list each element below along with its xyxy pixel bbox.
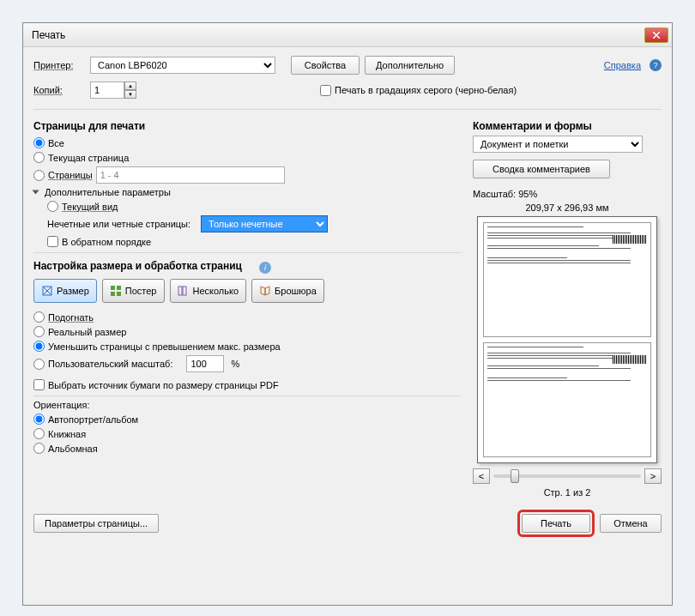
svg-rect-3 xyxy=(111,292,115,296)
slider-thumb-icon[interactable] xyxy=(511,469,519,483)
pages-all-label: Все xyxy=(48,138,64,148)
actual-radio[interactable] xyxy=(33,326,45,337)
custom-scale-input[interactable] xyxy=(186,355,224,372)
custom-scale-radio[interactable] xyxy=(33,359,45,370)
orient-auto-label: Автопортрет/альбом xyxy=(48,414,138,425)
copies-label: Копий: xyxy=(33,85,85,95)
shrink-label: Уменьшить страницы с превышением макс. р… xyxy=(48,341,281,352)
custom-scale-label: Пользовательский масштаб: xyxy=(48,359,172,369)
orient-landscape-radio[interactable] xyxy=(33,443,45,454)
poster-icon xyxy=(110,285,122,297)
svg-rect-1 xyxy=(111,286,115,290)
preview-slider[interactable] xyxy=(493,474,641,478)
copies-spinner[interactable]: ▲ ▼ xyxy=(90,82,136,99)
page-status: Стр. 1 из 2 xyxy=(473,487,662,498)
orient-auto-radio[interactable] xyxy=(33,414,45,425)
printer-select[interactable]: Canon LBP6020 xyxy=(90,57,275,74)
paper-source-label: Выбрать источник бумаги по размеру стран… xyxy=(48,380,279,390)
grayscale-label: Печать в градациях серого (черно-белая) xyxy=(335,85,517,95)
orientation-title: Ориентация: xyxy=(33,400,461,410)
print-preview xyxy=(477,216,657,463)
svg-rect-5 xyxy=(178,287,182,295)
close-icon xyxy=(653,32,660,39)
booklet-icon xyxy=(259,285,271,297)
svg-rect-4 xyxy=(117,292,121,296)
multiple-icon xyxy=(178,285,190,297)
close-button[interactable] xyxy=(644,27,668,43)
summarize-comments-button[interactable]: Сводка комментариев xyxy=(473,160,610,178)
properties-button[interactable]: Свойства xyxy=(291,56,360,75)
current-view-radio[interactable] xyxy=(47,201,58,212)
printer-label: Принтер: xyxy=(33,60,85,70)
grayscale-checkbox[interactable] xyxy=(320,85,331,96)
pages-all-radio[interactable] xyxy=(33,137,45,148)
fit-label: Подогнать xyxy=(48,312,94,323)
sizing-title: Настройка размера и обработка страниц xyxy=(33,260,242,272)
orient-portrait-label: Книжная xyxy=(48,429,86,439)
actual-label: Реальный размер xyxy=(48,327,126,337)
copies-input[interactable] xyxy=(90,82,124,99)
comments-title: Комментарии и формы xyxy=(473,120,662,132)
pages-range-label: Страницы xyxy=(48,170,93,180)
current-view-label: Текущий вид xyxy=(62,202,118,212)
odd-even-select[interactable]: Только нечетные xyxy=(201,215,328,233)
help-icon[interactable]: ? xyxy=(650,59,662,71)
svg-rect-2 xyxy=(117,286,121,290)
barcode-icon xyxy=(613,355,647,364)
advanced-button[interactable]: Дополнительно xyxy=(365,56,455,75)
comments-select[interactable]: Документ и пометки xyxy=(473,136,643,153)
pages-current-label: Текущая страница xyxy=(48,153,129,163)
svg-rect-6 xyxy=(183,287,186,295)
print-button-highlight: Печать xyxy=(517,510,595,537)
page-dimensions: 209,97 x 296,93 мм xyxy=(473,202,662,213)
preview-page-top xyxy=(483,222,651,337)
dialog-title: Печать xyxy=(32,29,65,41)
fit-radio[interactable] xyxy=(33,311,45,323)
tab-poster[interactable]: Постер xyxy=(102,279,165,303)
tab-size[interactable]: Размер xyxy=(33,279,97,303)
pages-group-title: Страницы для печати xyxy=(33,120,461,132)
pages-current-radio[interactable] xyxy=(33,152,45,163)
size-icon xyxy=(41,285,53,297)
spinner-down-icon[interactable]: ▼ xyxy=(124,90,136,99)
advanced-params-label: Дополнительные параметры xyxy=(45,187,171,197)
preview-page-bottom xyxy=(483,342,651,457)
reverse-checkbox[interactable] xyxy=(47,236,58,247)
spinner-up-icon[interactable]: ▲ xyxy=(124,82,136,90)
percent-label: % xyxy=(231,359,239,369)
shrink-radio[interactable] xyxy=(33,341,45,352)
barcode-icon xyxy=(613,235,647,244)
tab-multiple[interactable]: Несколько xyxy=(170,279,247,303)
orient-landscape-label: Альбомная xyxy=(48,444,98,454)
triangle-down-icon xyxy=(33,190,39,195)
pages-range-radio[interactable] xyxy=(33,170,45,181)
titlebar: Печать xyxy=(23,23,672,47)
odd-even-label: Нечетные или четные страницы: xyxy=(47,219,190,229)
cancel-button[interactable]: Отмена xyxy=(600,514,662,533)
tab-booklet[interactable]: Брошюра xyxy=(251,279,324,303)
info-icon[interactable]: i xyxy=(259,262,271,274)
preview-next-button[interactable]: > xyxy=(644,468,662,484)
scale-label: Масштаб: 95% xyxy=(473,189,662,199)
preview-prev-button[interactable]: < xyxy=(473,468,490,484)
help-link[interactable]: Справка xyxy=(604,60,641,70)
orient-portrait-radio[interactable] xyxy=(33,428,45,439)
paper-source-checkbox[interactable] xyxy=(33,379,45,390)
advanced-params-toggle[interactable]: Дополнительные параметры xyxy=(33,185,461,199)
print-button[interactable]: Печать xyxy=(522,514,590,533)
reverse-label: В обратном порядке xyxy=(62,237,151,247)
print-dialog: Печать Принтер: Canon LBP6020 Свойства Д… xyxy=(22,22,673,606)
page-setup-button[interactable]: Параметры страницы... xyxy=(33,514,159,533)
pages-range-input[interactable] xyxy=(96,166,285,184)
